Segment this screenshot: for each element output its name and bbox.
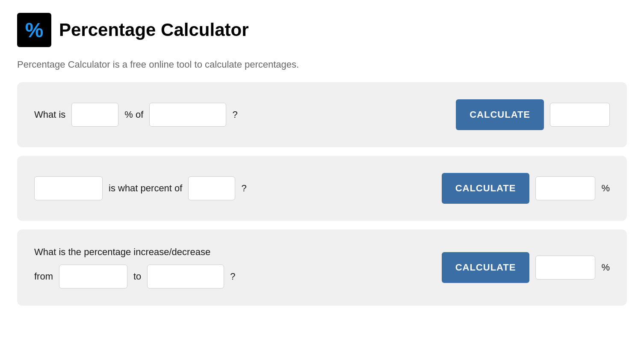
calculator-3-actions: CALCULATE %	[442, 252, 610, 283]
calc2-input-total[interactable]	[188, 176, 235, 200]
calc1-label-start: What is	[34, 109, 65, 120]
calculator-3-row: from to ?	[34, 265, 435, 289]
calc2-label-end: ?	[241, 183, 246, 194]
calc2-percent-suffix: %	[601, 183, 610, 194]
calc1-label-end: ?	[232, 109, 237, 120]
calculator-card-2: is what percent of ? CALCULATE %	[17, 156, 627, 221]
calculator-2-row: is what percent of ?	[34, 176, 435, 200]
calc3-label-to: to	[133, 271, 141, 282]
calc1-calculate-button[interactable]: CALCULATE	[456, 99, 544, 130]
calculator-1-row: What is % of ?	[34, 103, 449, 127]
logo-icon: %	[17, 13, 51, 47]
calc2-calculate-button[interactable]: CALCULATE	[442, 173, 530, 204]
calculator-card-1: What is % of ? CALCULATE	[17, 82, 627, 147]
subtitle-text: Percentage Calculator is a free online t…	[17, 59, 627, 70]
page-title: Percentage Calculator	[59, 20, 249, 40]
calc1-input-percent[interactable]	[71, 103, 118, 127]
calc3-label-end: ?	[230, 271, 235, 282]
calc3-calculate-button[interactable]: CALCULATE	[442, 252, 530, 283]
calc3-input-to[interactable]	[147, 265, 224, 289]
calc2-label-middle: is what percent of	[109, 183, 182, 194]
calculator-3-content: What is the percentage increase/decrease…	[34, 247, 435, 289]
calc2-result-input	[535, 176, 595, 200]
calc3-label-from: from	[34, 271, 53, 282]
calc2-input-number[interactable]	[34, 176, 103, 200]
calculator-2-actions: CALCULATE %	[442, 173, 610, 204]
calc3-label-line1: What is the percentage increase/decrease	[34, 247, 435, 258]
calculator-1-actions: CALCULATE	[456, 99, 610, 130]
logo-percent-symbol: %	[25, 18, 44, 42]
calc3-percent-suffix: %	[601, 262, 610, 273]
calc1-label-middle: % of	[124, 109, 143, 120]
calc1-input-number[interactable]	[149, 103, 226, 127]
calc1-result-input	[550, 103, 610, 127]
calculator-card-3: What is the percentage increase/decrease…	[17, 229, 627, 306]
calc3-result-input	[535, 256, 595, 280]
calc3-input-from[interactable]	[59, 265, 127, 289]
page-header: % Percentage Calculator	[17, 13, 627, 47]
